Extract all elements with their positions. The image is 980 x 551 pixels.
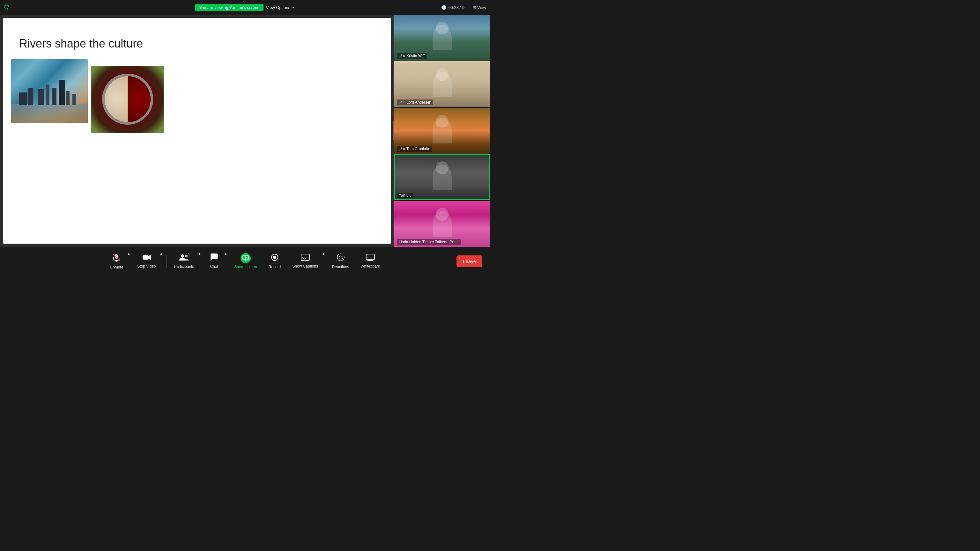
svg-point-15 <box>339 256 340 257</box>
unmute-caret-button[interactable]: ▲ <box>126 252 131 256</box>
leave-button[interactable]: Leave <box>457 256 482 267</box>
unmute-button[interactable]: Unmute <box>105 250 128 272</box>
captions-icon: CC <box>301 254 310 263</box>
svg-marker-9 <box>244 256 247 259</box>
whiteboard-icon <box>366 254 375 263</box>
slide-title: Rivers shape the culture <box>19 37 143 50</box>
participant-panel-tom: 🎤✕ Tom Cronkrite <box>394 108 490 154</box>
participant-name-tom: 🎤✕ Tom Cronkrite <box>397 146 432 152</box>
show-captions-button[interactable]: CC Show Captions <box>287 251 323 271</box>
video-icon <box>142 254 151 263</box>
shield-icon: 🛡 <box>4 4 10 11</box>
chat-caret-button[interactable]: ▲ <box>223 252 228 256</box>
main-content-area: Rivers shape the culture <box>0 15 394 247</box>
view-options-label: View Options <box>266 5 290 10</box>
participants-icon: 5 <box>179 254 189 263</box>
toolbar-divider-1 <box>166 255 167 268</box>
view-options-button[interactable]: View Options ▼ <box>266 5 295 10</box>
top-bar: 🛡 You are viewing Yan Liu's screen View … <box>0 0 490 15</box>
participants-count: 5 <box>188 252 190 256</box>
muted-icon-lorri: 🎤✕ <box>399 101 405 104</box>
share-screen-icon <box>240 253 251 264</box>
timer-area: 🕐 00:23:10 <box>441 5 465 10</box>
participants-label: Participants <box>174 264 194 269</box>
svg-marker-5 <box>148 255 151 260</box>
svg-point-11 <box>273 256 276 259</box>
slide-container: Rivers shape the culture <box>3 18 391 244</box>
view-label: View <box>477 5 486 10</box>
record-label: Record <box>269 265 281 269</box>
viewing-badge: You are viewing Yan Liu's screen <box>195 4 263 11</box>
record-button[interactable]: Record <box>264 251 286 272</box>
record-icon <box>270 253 279 264</box>
chat-button[interactable]: Chat <box>203 251 225 272</box>
svg-point-7 <box>185 255 188 257</box>
grid-icon: ⊞ <box>473 5 476 10</box>
show-captions-label: Show Captions <box>292 264 318 268</box>
participant-panel-lorri: 🎤✕ Lorri Andersen <box>394 61 490 107</box>
participant-name-kristin: 🎤✕ Kristin W-T <box>397 53 427 59</box>
reactions-label: Reactions <box>332 265 349 269</box>
sidebar-participants: 🎤✕ Kristin W-T 🎤✕ Lorri Andersen 🎤✕ Tom … <box>394 15 490 247</box>
reactions-icon: + <box>337 253 345 264</box>
stop-video-button[interactable]: Stop Video <box>132 251 161 271</box>
participant-name-yan: Yan Liu <box>397 192 414 198</box>
participant-panel-linda: Linda Holden Timber Talkers- Pre... <box>394 201 490 247</box>
participants-caret-button[interactable]: ▲ <box>197 252 202 256</box>
video-caret-button[interactable]: ▲ <box>159 252 164 256</box>
bottom-toolbar: Unmute ▲ Stop Video ▲ 5 Participants ▲ <box>0 247 490 275</box>
participant-name-linda: Linda Holden Timber Talkers- Pre... <box>397 239 461 245</box>
unmute-label: Unmute <box>110 265 123 270</box>
microphone-muted-icon <box>112 253 121 264</box>
muted-icon-kristin: 🎤✕ <box>399 54 405 58</box>
whiteboard-button[interactable]: Whiteboard <box>355 251 385 271</box>
slide-food-image <box>91 66 164 133</box>
participant-name-lorri: 🎤✕ Lorri Andersen <box>397 100 433 105</box>
svg-text:+: + <box>342 254 343 256</box>
reactions-button[interactable]: + Reactions <box>327 251 354 272</box>
whiteboard-label: Whiteboard <box>361 264 380 268</box>
captions-caret-button[interactable]: ▲ <box>321 252 326 256</box>
muted-icon-tom: 🎤✕ <box>399 147 405 151</box>
clock-icon: 🕐 <box>441 5 446 10</box>
participants-button[interactable]: 5 Participants <box>169 251 199 272</box>
svg-rect-4 <box>143 255 148 260</box>
svg-rect-19 <box>366 254 374 260</box>
participant-panel-yan: Yan Liu <box>394 154 490 200</box>
stop-video-label: Stop Video <box>137 264 156 268</box>
view-button[interactable]: ⊞ View <box>473 5 486 10</box>
share-screen-button[interactable]: Share screen <box>229 251 262 272</box>
svg-text:CC: CC <box>302 256 307 259</box>
chat-icon <box>210 254 218 263</box>
timer-display: 00:23:10 <box>448 5 465 10</box>
chevron-down-icon: ▼ <box>291 6 295 9</box>
share-screen-label: Share screen <box>234 265 257 269</box>
svg-point-6 <box>181 254 184 258</box>
chat-label: Chat <box>210 264 218 269</box>
slide-city-image <box>11 59 88 123</box>
participant-panel-kristin: 🎤✕ Kristin W-T <box>394 15 490 60</box>
